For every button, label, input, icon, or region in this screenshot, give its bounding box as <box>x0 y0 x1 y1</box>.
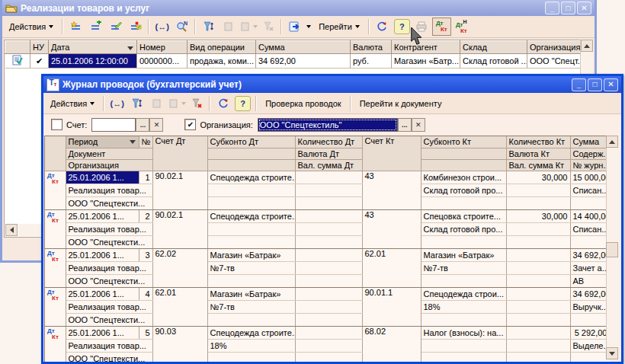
col-organization[interactable]: Организация <box>527 41 582 54</box>
col-amount[interactable]: Сумма <box>570 136 610 148</box>
maximize-button[interactable]: □ <box>588 78 602 91</box>
cell-num[interactable]: 2 <box>139 209 152 222</box>
delete-button[interactable] <box>126 18 145 36</box>
posting-row-line3[interactable]: ООО "Спецтексти... <box>45 352 610 362</box>
cell-credit-account[interactable]: 68.02 <box>362 326 421 362</box>
check-postings-button[interactable]: Проверка проводок <box>260 96 346 111</box>
cell-period[interactable]: 25.01.2006 1... <box>66 209 139 222</box>
cell-debit-account[interactable]: 62.02 <box>152 248 207 287</box>
cell-debit-subconto1[interactable]: Спецодежда строите... <box>207 171 295 184</box>
journal-vscroll-down-button[interactable] <box>606 347 618 359</box>
cell-credit-account[interactable]: 43 <box>362 209 421 248</box>
col-credit-subconto[interactable]: Субконто Кт <box>421 136 506 148</box>
col-document[interactable]: Документ <box>66 148 152 159</box>
cell-journal-num[interactable]: АВ <box>570 274 610 287</box>
cell-debit-account[interactable]: 90.03 <box>152 326 207 362</box>
show-postings-button[interactable]: ДтКт <box>432 18 451 36</box>
cell-debit-account[interactable]: 90.02.1 <box>152 209 207 248</box>
cell-credit-qty[interactable]: 30,000 <box>506 171 570 184</box>
cell-organization[interactable]: ООО "Спецтексти... <box>66 274 152 287</box>
cell-period[interactable]: 25.01.2006 1... <box>66 287 139 300</box>
cell-credit-qty[interactable] <box>506 326 570 339</box>
posting-row[interactable]: ДтКт 25.01.2006 1... 2 90.02.1 Спецодежд… <box>45 209 610 222</box>
cell-num[interactable]: 3 <box>139 248 152 261</box>
sales-table-row[interactable]: ✔ 25.01.2006 12:00:00 0000000... продажа… <box>5 54 582 69</box>
cell-number[interactable]: 0000000... <box>137 54 188 69</box>
account-filter-checkbox[interactable] <box>51 119 62 130</box>
posting-row-line3[interactable]: ООО "Спецтексти... <box>45 313 610 326</box>
filter-history-button[interactable] <box>167 94 186 113</box>
cell-credit-subconto2[interactable] <box>421 339 506 352</box>
account-choose-button[interactable]: ... <box>136 118 149 132</box>
cell-currency[interactable]: руб. <box>351 54 392 69</box>
col-journal-num[interactable]: № журн... <box>570 159 610 171</box>
cell-num[interactable]: 1 <box>139 171 152 184</box>
journal-window-titlebar[interactable]: Тт Журнал проводок (бухгалтерский учет) … <box>43 76 621 93</box>
refresh-button[interactable] <box>373 18 392 36</box>
cell-debit-subconto2[interactable]: 18% <box>207 339 295 352</box>
posting-row[interactable]: ДтКт 25.01.2006 1... 4 62.01 Магазин «Ба… <box>45 287 610 300</box>
cell-organization[interactable]: ООО "Спецтексти... <box>66 313 152 326</box>
org-choose-button[interactable]: ... <box>398 118 412 132</box>
cell-debit-subconto2[interactable] <box>207 184 295 196</box>
cell-document[interactable]: Реализация товар... <box>66 339 152 352</box>
cell-debit-subconto1[interactable]: Спецодежда строите... <box>207 326 295 339</box>
col-credit-account[interactable]: Счет Кт <box>362 136 421 171</box>
cell-credit-qty[interactable] <box>506 287 570 300</box>
col-period[interactable]: Период <box>66 136 139 148</box>
cell-organization[interactable]: ООО "Спецтексти... <box>66 196 152 209</box>
posting-row[interactable]: ДтКт 25.01.2006 1... 5 90.03 Спецодежда … <box>45 326 610 339</box>
edit-button[interactable] <box>106 18 125 36</box>
col-credit-qty[interactable]: Количество Кт <box>506 136 570 148</box>
clear-filter-button[interactable] <box>187 94 206 113</box>
cell-period[interactable]: 25.01.2006 1... <box>66 326 139 339</box>
cell-period[interactable]: 25.01.2006 1... <box>66 248 139 261</box>
cell-date[interactable]: 25.01.2006 12:00:00 <box>49 54 137 69</box>
cell-amount[interactable]: 34 692,00 <box>256 54 351 69</box>
col-number[interactable]: Номер <box>137 41 188 54</box>
posting-row-line2[interactable]: Реализация товар... 18% Выделе... <box>45 339 610 352</box>
cell-credit-qty[interactable] <box>506 248 570 261</box>
cell-debit-subconto2[interactable] <box>207 222 295 235</box>
posting-row-line2[interactable]: Реализация товар... Склад готовой про...… <box>45 222 610 235</box>
cell-amount[interactable]: 34 692,00 <box>570 248 610 261</box>
account-filter-input[interactable] <box>91 118 136 132</box>
icon-column-header[interactable] <box>5 41 30 54</box>
show-tax-postings-button[interactable]: ДтНКт <box>452 18 471 36</box>
add-button[interactable] <box>66 18 85 36</box>
dropdown-arrow-icon[interactable] <box>306 25 311 28</box>
filter-by-value-button[interactable] <box>147 94 166 113</box>
filter-sort-button[interactable] <box>127 94 146 113</box>
clear-filter-button[interactable] <box>258 18 277 36</box>
cell-credit-subconto1[interactable]: Спецодежда строи... <box>421 287 506 300</box>
cell-credit-qty[interactable]: 30,000 <box>506 209 570 222</box>
posting-row-line3[interactable]: ООО "Спецтексти... АВ <box>45 274 610 287</box>
col-debit-account[interactable]: Счет Дт <box>152 136 207 171</box>
posting-row-line3[interactable]: ООО "Спецтексти... <box>45 235 610 248</box>
journal-vscroll-thumb[interactable] <box>606 242 618 257</box>
col-credit-cur-amount[interactable]: Вал. сумма Кт <box>506 159 570 171</box>
filter-sort-button[interactable] <box>199 18 218 36</box>
cell-credit-account[interactable]: 62.01 <box>362 248 421 287</box>
cell-amount[interactable]: 34 692,00 <box>570 287 610 300</box>
cell-warehouse[interactable]: Склад готовой ... <box>460 54 527 69</box>
org-filter-checkbox[interactable]: ✔ <box>184 119 196 130</box>
cell-content[interactable]: Списан... <box>570 184 610 196</box>
fit-columns-button[interactable]: (↔) <box>152 18 171 36</box>
cell-organization[interactable]: ООО "Спецт... <box>527 54 582 69</box>
close-button[interactable]: ✕ <box>577 2 591 14</box>
cell-journal-num[interactable] <box>570 313 610 326</box>
col-nu[interactable]: НУ <box>30 41 49 54</box>
filter-by-value-button[interactable] <box>219 18 238 36</box>
col-debit-currency[interactable]: Валюта Дт <box>295 148 362 159</box>
cell-document[interactable]: Реализация товар... <box>66 300 152 313</box>
posting-row[interactable]: ДтКт 25.01.2006 1... 3 62.02 Магазин «Ба… <box>45 248 610 261</box>
col-content[interactable]: Содерж... <box>570 148 610 159</box>
cell-journal-num[interactable] <box>570 235 610 248</box>
cell-debit-subconto1[interactable]: Магазин «Батрак» <box>207 248 295 261</box>
marker-column-header[interactable] <box>45 136 66 171</box>
cell-credit-subconto2[interactable]: №7-тв <box>421 261 506 274</box>
journal-vscroll-track[interactable] <box>606 136 619 359</box>
output-list-button[interactable] <box>285 18 304 36</box>
cell-debit-subconto2[interactable]: №7-тв <box>207 261 295 274</box>
